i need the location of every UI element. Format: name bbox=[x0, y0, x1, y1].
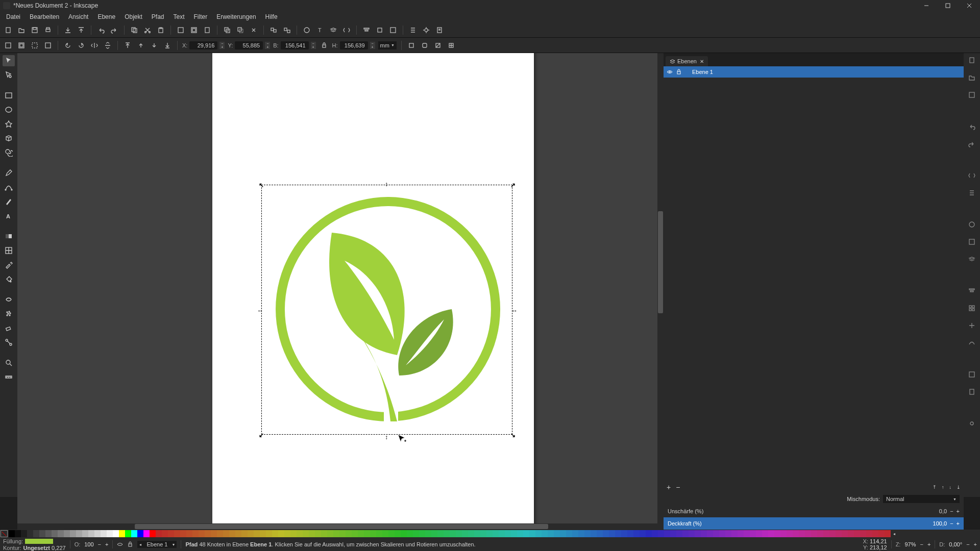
unit-select[interactable]: mm▼ bbox=[378, 41, 397, 49]
color-swatch[interactable] bbox=[517, 530, 523, 537]
color-swatch[interactable] bbox=[113, 530, 119, 537]
cut-button[interactable] bbox=[142, 25, 153, 35]
color-swatch[interactable] bbox=[82, 530, 88, 537]
color-swatch[interactable] bbox=[9, 530, 15, 537]
y-minus[interactable]: − bbox=[265, 42, 270, 45]
unlink-clone-button[interactable] bbox=[249, 25, 259, 35]
palette-menu-button[interactable]: ◂ bbox=[891, 530, 898, 538]
color-swatch[interactable] bbox=[364, 530, 370, 537]
print-button[interactable] bbox=[43, 25, 53, 35]
color-swatch[interactable] bbox=[21, 530, 27, 537]
color-swatch[interactable] bbox=[45, 530, 52, 537]
dock-arrange-button[interactable] bbox=[967, 303, 977, 313]
color-swatch[interactable] bbox=[591, 530, 597, 537]
color-swatch[interactable] bbox=[854, 530, 860, 537]
layer-up-button[interactable]: ↑ bbox=[942, 485, 944, 490]
color-swatch[interactable] bbox=[584, 530, 591, 537]
dock-prefs-button[interactable] bbox=[967, 418, 977, 429]
y-field[interactable]: 55,885 bbox=[235, 41, 263, 49]
color-swatch[interactable] bbox=[309, 530, 315, 537]
menu-datei[interactable]: Datei bbox=[2, 12, 24, 21]
calligraphy-tool[interactable] bbox=[3, 196, 15, 207]
opacity-minus[interactable]: − bbox=[950, 520, 953, 527]
color-swatch[interactable] bbox=[241, 530, 248, 537]
menu-filter[interactable]: Filter bbox=[190, 12, 212, 21]
color-swatch[interactable] bbox=[511, 530, 517, 537]
color-swatch[interactable] bbox=[885, 530, 891, 537]
deselect-button[interactable] bbox=[30, 40, 40, 51]
status-layer-select[interactable]: ◂ Ebene 1 ▾ bbox=[137, 541, 177, 548]
close-button[interactable] bbox=[959, 0, 980, 11]
opacity-plus[interactable]: + bbox=[105, 541, 108, 547]
zoom-plus[interactable]: + bbox=[927, 541, 930, 547]
color-swatch[interactable] bbox=[529, 530, 535, 537]
color-swatch[interactable] bbox=[480, 530, 486, 537]
color-swatch[interactable] bbox=[872, 530, 878, 537]
color-swatch[interactable] bbox=[774, 530, 780, 537]
xml-button[interactable] bbox=[341, 25, 352, 35]
color-swatch[interactable] bbox=[780, 530, 787, 537]
color-swatch[interactable] bbox=[143, 530, 150, 537]
handle-n[interactable]: ↕ bbox=[385, 181, 388, 188]
dock-open-button[interactable] bbox=[967, 72, 977, 83]
clone-button[interactable] bbox=[235, 25, 246, 35]
zoom-field[interactable]: 97% bbox=[904, 541, 916, 547]
color-swatch[interactable] bbox=[395, 530, 401, 537]
zoom-minus[interactable]: − bbox=[920, 541, 923, 547]
color-swatch[interactable] bbox=[254, 530, 260, 537]
lower-bottom-button[interactable] bbox=[162, 40, 173, 51]
doc-props-button[interactable] bbox=[434, 25, 445, 35]
color-swatch[interactable] bbox=[878, 530, 885, 537]
color-swatch[interactable] bbox=[652, 530, 658, 537]
color-swatch[interactable] bbox=[535, 530, 542, 537]
color-swatch[interactable] bbox=[382, 530, 388, 537]
menu-erweiterungen[interactable]: Erweiterungen bbox=[212, 12, 260, 21]
menu-text[interactable]: Text bbox=[169, 12, 189, 21]
affect-gradient-button[interactable] bbox=[433, 40, 443, 51]
layer-top-button[interactable]: ⤒ bbox=[933, 485, 937, 490]
color-swatch[interactable] bbox=[713, 530, 719, 537]
node-tool[interactable] bbox=[3, 69, 15, 81]
color-swatch[interactable] bbox=[664, 530, 670, 537]
dock-layers-button[interactable] bbox=[967, 254, 977, 264]
rotate-ccw-button[interactable] bbox=[63, 40, 73, 51]
3dbox-tool[interactable] bbox=[3, 133, 15, 144]
color-swatch[interactable] bbox=[756, 530, 762, 537]
no-color-swatch[interactable] bbox=[1, 530, 8, 537]
blur-minus[interactable]: − bbox=[950, 508, 953, 514]
color-swatch[interactable] bbox=[58, 530, 64, 537]
color-swatch[interactable] bbox=[168, 530, 174, 537]
color-swatch[interactable] bbox=[119, 530, 125, 537]
menu-bearbeiten[interactable]: Bearbeiten bbox=[26, 12, 63, 21]
x-minus[interactable]: − bbox=[219, 42, 225, 45]
color-swatch[interactable] bbox=[860, 530, 866, 537]
color-swatch[interactable] bbox=[199, 530, 205, 537]
color-swatch[interactable] bbox=[150, 530, 156, 537]
color-swatch[interactable] bbox=[682, 530, 689, 537]
zoom-tool[interactable] bbox=[3, 357, 15, 368]
remove-layer-button[interactable]: − bbox=[676, 483, 680, 491]
color-swatch[interactable] bbox=[248, 530, 254, 537]
color-swatch[interactable] bbox=[278, 530, 284, 537]
opacity-field[interactable]: 100 bbox=[84, 541, 93, 547]
color-swatch[interactable] bbox=[842, 530, 848, 537]
eraser-tool[interactable] bbox=[3, 322, 15, 334]
toggle-select-button[interactable] bbox=[43, 40, 53, 51]
color-swatch[interactable] bbox=[180, 530, 186, 537]
color-swatch[interactable] bbox=[615, 530, 621, 537]
color-swatch[interactable] bbox=[70, 530, 76, 537]
dock-selectors-button[interactable] bbox=[967, 188, 977, 198]
color-swatch[interactable] bbox=[125, 530, 131, 537]
color-swatch[interactable] bbox=[419, 530, 425, 537]
color-swatch[interactable] bbox=[566, 530, 572, 537]
paste-button[interactable] bbox=[156, 25, 166, 35]
layer-row-1[interactable]: Ebene 1 bbox=[664, 66, 964, 78]
x-field[interactable]: 29,916 bbox=[189, 41, 217, 49]
dock-path-effects-button[interactable] bbox=[967, 338, 977, 348]
color-swatch[interactable] bbox=[817, 530, 823, 537]
dock-xml-button[interactable] bbox=[967, 170, 977, 181]
color-swatch[interactable] bbox=[297, 530, 303, 537]
color-swatch[interactable] bbox=[333, 530, 339, 537]
dock-object-button[interactable] bbox=[967, 237, 977, 247]
color-swatch[interactable] bbox=[76, 530, 82, 537]
